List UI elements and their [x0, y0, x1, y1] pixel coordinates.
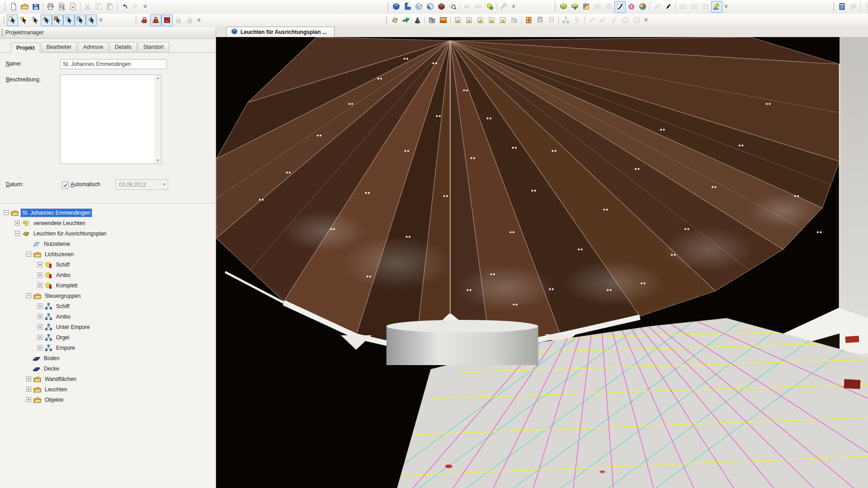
view-rendered-button[interactable] — [436, 1, 447, 13]
toolbar-grip-icon[interactable] — [3, 16, 6, 25]
expand-icon[interactable]: + — [15, 221, 20, 225]
save-button[interactable] — [30, 1, 42, 13]
insert-window-button[interactable] — [523, 14, 534, 26]
date-dropdown[interactable]: 03.09.2012 ▼ — [115, 179, 168, 190]
isolux-button[interactable] — [626, 1, 637, 13]
annotate-button[interactable] — [651, 1, 663, 13]
toolbar-overflow-button[interactable] — [642, 14, 650, 26]
lock-surfaces-button[interactable] — [161, 14, 173, 26]
tree-item-empore[interactable]: +Empore — [0, 343, 216, 353]
lock-furniture-button[interactable] — [150, 14, 161, 26]
scroll-up-icon[interactable]: ▲ — [155, 76, 161, 80]
calculation-status-button[interactable] — [484, 1, 495, 13]
calculator-button[interactable] — [836, 1, 848, 13]
tab-adresse[interactable]: Adresse — [78, 42, 108, 52]
tab-standort[interactable]: Standort — [138, 42, 169, 52]
insert-door-button[interactable] — [534, 14, 546, 26]
expand-icon[interactable]: + — [38, 272, 42, 277]
tree-item-schiff[interactable]: +Schiff — [0, 259, 216, 270]
select-furniture-tool[interactable] — [41, 14, 52, 26]
collapse-icon[interactable]: − — [4, 210, 9, 215]
insert-arrow-button[interactable] — [401, 14, 412, 26]
toolbar-overflow-button[interactable] — [97, 14, 104, 26]
freehand-note-button[interactable] — [663, 1, 674, 13]
table-output-button[interactable] — [677, 1, 689, 13]
tree-item-st-johannes-emmendingen[interactable]: −St. Johannes Emmendingen — [0, 207, 216, 218]
toolbar-grip-icon[interactable] — [387, 2, 390, 11]
ventilation-button[interactable] — [848, 1, 859, 13]
select-surface-tool[interactable] — [52, 14, 63, 26]
summary-output-button[interactable] — [689, 1, 700, 13]
tree-item-verwendete-leuchten[interactable]: +verwendete Leuchten — [0, 218, 216, 228]
draw-polyline-tool[interactable] — [597, 14, 609, 26]
material-box-button[interactable] — [580, 1, 592, 13]
insert-object-button[interactable] — [389, 14, 401, 26]
toolbar-grip-icon[interactable] — [554, 2, 557, 11]
toolbar-grip-icon[interactable] — [385, 16, 388, 25]
automatic-date-checkbox[interactable] — [62, 182, 69, 188]
view-l-shape-button[interactable] — [402, 1, 413, 13]
expand-icon[interactable]: + — [38, 314, 42, 319]
expand-icon[interactable]: + — [38, 304, 42, 309]
view-hidden-line-button[interactable] — [425, 1, 436, 13]
select-zoom-tool[interactable] — [75, 14, 86, 26]
expand-icon[interactable]: + — [38, 324, 42, 329]
expand-icon[interactable]: + — [38, 335, 42, 340]
insert-texture-button[interactable] — [438, 14, 449, 26]
tree-item-unter-empore[interactable]: +Unter Empore — [0, 322, 216, 332]
lock-luminaires-button[interactable] — [173, 14, 184, 26]
report-button[interactable] — [862, 1, 868, 13]
raster-button[interactable] — [592, 1, 603, 13]
insert-floor-surface-button[interactable] — [486, 14, 497, 26]
expand-icon[interactable]: + — [38, 262, 42, 267]
export-box-button[interactable] — [558, 1, 569, 13]
tree-item-boden[interactable]: Boden — [0, 353, 216, 363]
insert-luminaire-button[interactable] — [571, 14, 583, 26]
tab-bearbeiter[interactable]: Bearbeiter — [41, 42, 77, 52]
print-button[interactable] — [45, 1, 56, 13]
toolbar-overflow-button[interactable] — [722, 1, 730, 13]
scroll-down-icon[interactable]: ▼ — [155, 159, 161, 163]
toolbar-overflow-button[interactable] — [142, 1, 149, 13]
insert-surface-button[interactable] — [452, 14, 463, 26]
view-3d-button[interactable] — [391, 1, 402, 13]
view-wireframe-button[interactable] — [413, 1, 425, 13]
expand-icon[interactable]: + — [26, 387, 31, 392]
expand-icon[interactable]: + — [38, 283, 42, 288]
panel-grip[interactable] — [1, 29, 3, 37]
render-colors-button[interactable] — [637, 1, 648, 13]
collapse-icon[interactable]: − — [26, 293, 31, 298]
insert-cutout-button[interactable] — [497, 14, 509, 26]
tree-item-objekte[interactable]: +Objekte — [0, 394, 216, 405]
tree-item-wandflächen[interactable]: +Wandflächen — [0, 374, 216, 384]
expand-icon[interactable]: + — [26, 376, 31, 381]
toolbar-grip-icon[interactable] — [4, 2, 7, 11]
viewport-3d[interactable] — [216, 37, 868, 488]
tree-item-ambo[interactable]: +Ambo — [0, 311, 216, 322]
link-views-button[interactable] — [462, 1, 473, 13]
document-tab-active[interactable]: Leuchten für Ausrichtungsplan ... — [226, 27, 335, 38]
select-luminaire-tool[interactable] — [18, 14, 29, 26]
print-preview-button[interactable] — [56, 1, 67, 13]
draw-line-tool[interactable] — [586, 14, 597, 26]
tab-details[interactable]: Details — [109, 42, 137, 52]
pdf-export-button[interactable] — [67, 1, 79, 13]
lock-drawing-button[interactable] — [139, 14, 150, 26]
cut-button[interactable] — [82, 1, 93, 13]
tree-item-leuchten[interactable]: +Leuchten — [0, 384, 216, 394]
insert-ceiling-surface-button[interactable] — [463, 14, 475, 26]
description-scrollbar[interactable]: ▲ ▼ — [155, 75, 161, 164]
toolbar-grip-icon[interactable] — [135, 16, 138, 25]
control-group-button[interactable] — [560, 14, 571, 26]
description-textarea[interactable]: ▲ ▼ — [60, 75, 161, 164]
select-measure-tool[interactable] — [86, 14, 97, 26]
falsecolor-curve-button[interactable] — [614, 1, 626, 13]
lock-all-button[interactable] — [184, 14, 195, 26]
name-input[interactable] — [60, 59, 167, 69]
toolbar-overflow-button[interactable] — [510, 1, 517, 13]
draw-curve-tool[interactable] — [609, 14, 620, 26]
toolbar-grip-icon[interactable] — [832, 2, 835, 11]
select-object-tool[interactable] — [7, 14, 18, 26]
zoom-region-button[interactable] — [447, 1, 458, 13]
collapse-icon[interactable]: − — [26, 252, 31, 257]
